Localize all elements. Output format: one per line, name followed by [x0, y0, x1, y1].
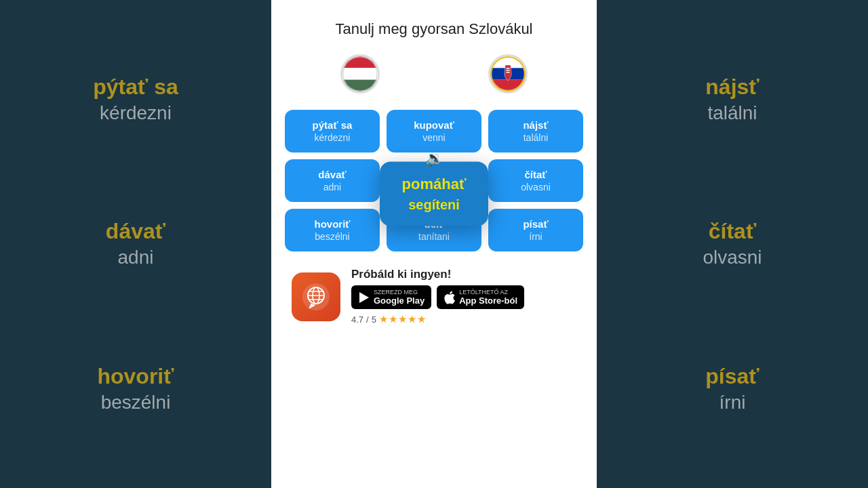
svg-rect-9: [507, 68, 510, 69]
left-word-3-main: hovoriť: [97, 364, 174, 389]
hu-word-7: tanítani: [393, 231, 475, 242]
hu-word-5: olvasni: [495, 182, 576, 192]
google-play-label: Google Play: [374, 296, 425, 306]
right-panel: nájsť találni čítať olvasni písať írni: [597, 0, 868, 488]
app-title: Tanulj meg gyorsan Szlovákul: [335, 20, 532, 38]
hu-word-6: beszélni: [292, 231, 373, 242]
rating-row: 4.7 / 5 ★★★★★: [351, 313, 524, 325]
right-word-2: čítať olvasni: [703, 219, 762, 268]
sk-word-0: pýtať sa: [292, 119, 373, 131]
rating-max: 5: [372, 314, 376, 325]
flags-row: [340, 54, 528, 94]
rating-value: 4.7: [351, 314, 363, 325]
app-store-icon: [443, 291, 456, 304]
word-card-5[interactable]: čítať olvasni: [488, 159, 583, 202]
promo-title: Próbáld ki ingyen!: [351, 268, 524, 281]
google-play-sub: SZEREZD MEG: [374, 289, 425, 296]
sk-word-2: nájsť: [495, 119, 576, 131]
word-card-6[interactable]: hovoriť beszélni: [285, 209, 380, 251]
promo-right: Próbáld ki ingyen! SZEREZD MEG Google Pl…: [351, 268, 524, 325]
left-word-1: pýtať sa kérdezni: [93, 75, 178, 124]
featured-sk-word: pomáhať: [389, 175, 479, 192]
left-word-2-sub: adni: [106, 247, 165, 268]
right-word-3-main: písať: [705, 364, 759, 389]
hu-word-0: kérdezni: [292, 132, 373, 143]
hu-word-2: találni: [495, 132, 576, 143]
google-play-icon: [358, 291, 370, 304]
center-panel: Tanulj meg gyorsan Szlovákul: [271, 0, 597, 488]
bottom-section: Próbáld ki ingyen! SZEREZD MEG Google Pl…: [285, 268, 583, 325]
svg-rect-2: [342, 68, 378, 79]
sk-word-6: hovoriť: [292, 218, 373, 230]
app-store-button[interactable]: LETÖLTHETŐ AZ App Store-ból: [437, 285, 524, 309]
flag-hungarian: [340, 54, 380, 94]
flag-slovak: [488, 54, 528, 94]
app-icon: [292, 272, 340, 321]
sound-icon: 🔉: [425, 149, 443, 167]
rating-separator: /: [366, 314, 369, 325]
left-word-3-sub: beszélni: [97, 392, 174, 413]
app-logo-svg: [300, 281, 332, 312]
hu-word-3: adni: [292, 182, 373, 192]
right-word-1-main: nájsť: [705, 75, 759, 100]
left-word-1-sub: kérdezni: [93, 102, 178, 124]
sk-word-1: kupovať: [393, 119, 475, 131]
google-play-button[interactable]: SZEREZD MEG Google Play: [351, 285, 431, 309]
right-word-3-sub: írni: [705, 392, 759, 413]
word-grid-wrapper: pýtať sa kérdezni kupovať venni nájsť ta…: [285, 110, 583, 251]
left-word-3: hovoriť beszélni: [97, 364, 174, 413]
app-store-label: App Store-ból: [459, 296, 517, 306]
sk-word-3: dávať: [292, 169, 373, 180]
svg-rect-10: [507, 70, 510, 71]
word-card-3[interactable]: dávať adni: [285, 159, 380, 202]
right-word-1-sub: találni: [705, 102, 759, 124]
left-word-1-main: pýtať sa: [93, 75, 178, 100]
sk-word-8: písať: [495, 218, 576, 230]
word-card-2[interactable]: nájsť találni: [488, 110, 583, 152]
right-word-3: písať írni: [705, 364, 759, 413]
right-word-2-main: čítať: [703, 219, 762, 244]
hu-word-1: venni: [393, 132, 475, 143]
rating-stars: ★★★★★: [379, 313, 427, 325]
hu-word-8: írni: [495, 231, 576, 242]
featured-hu-word: segíteni: [389, 197, 479, 212]
word-card-8[interactable]: písať írni: [488, 209, 583, 251]
featured-card[interactable]: 🔉 pomáhať segíteni: [380, 161, 488, 226]
svg-marker-20: [359, 292, 369, 303]
sk-word-5: čítať: [495, 169, 576, 180]
right-word-2-sub: olvasni: [703, 247, 762, 268]
left-panel: pýtať sa kérdezni dávať adni hovoriť bes…: [0, 0, 271, 488]
left-word-2-main: dávať: [106, 219, 165, 244]
word-card-1[interactable]: kupovať venni: [387, 110, 481, 152]
word-card-0[interactable]: pýtať sa kérdezni: [285, 110, 380, 152]
right-word-1: nájsť találni: [705, 75, 759, 124]
store-buttons: SZEREZD MEG Google Play LETÖLTHETŐ AZ Ap…: [351, 285, 524, 309]
left-word-2: dávať adni: [106, 219, 165, 268]
app-store-sub: LETÖLTHETŐ AZ: [459, 289, 517, 296]
svg-rect-11: [507, 72, 510, 73]
